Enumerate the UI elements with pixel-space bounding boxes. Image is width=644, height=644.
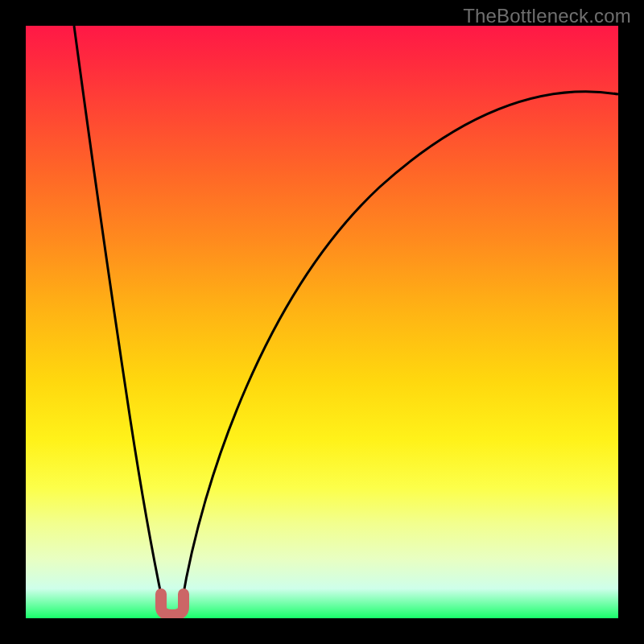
chart-frame: TheBottleneck.com (0, 0, 644, 644)
watermark-text: TheBottleneck.com (463, 5, 631, 27)
curve-layer (26, 26, 618, 618)
left-branch-curve (74, 26, 163, 602)
right-branch-curve (182, 92, 618, 602)
cusp-marker (161, 594, 184, 615)
plot-area (26, 26, 618, 618)
